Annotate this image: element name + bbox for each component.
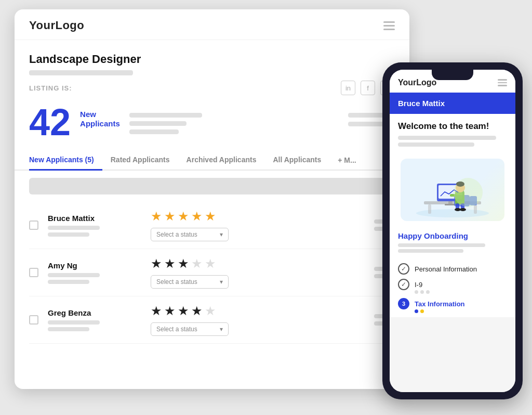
- star-2: ★: [164, 209, 176, 224]
- mobile-welcome-title: Welcome to the team!: [398, 121, 507, 132]
- checklist-item-personal[interactable]: ✓ Personal Information: [398, 263, 507, 275]
- stars-bruce: ★ ★ ★ ★ ★: [151, 209, 365, 224]
- amy-sub-1: [48, 273, 100, 277]
- stats-skeleton-2: [129, 121, 187, 126]
- welcome-sk-2: [398, 142, 474, 147]
- mobile-menu-icon[interactable]: [498, 79, 507, 86]
- applicant-row-amy: Amy Ng ★ ★ ★ ★ ★ Select a status ▾: [29, 249, 395, 296]
- job-title-skeleton: [29, 70, 133, 75]
- filter-skeleton: [29, 178, 395, 194]
- mobile-user-bar: Bruce Mattix: [390, 93, 515, 114]
- job-title: Landscape Designer: [29, 53, 395, 66]
- stats-skeletons: [129, 103, 339, 134]
- stars-section-bruce: ★ ★ ★ ★ ★ Select a status ▾: [151, 209, 365, 241]
- right-skeleton-2: [348, 122, 384, 126]
- applicant-checkbox-greg[interactable]: [29, 315, 38, 325]
- tax-dot-2: [420, 309, 424, 313]
- desktop-menu-icon[interactable]: [383, 21, 395, 30]
- check-icon-i9: ✓: [398, 279, 409, 290]
- tab-new-applicants[interactable]: New Applicants (5): [29, 151, 102, 171]
- chevron-down-icon-greg: ▾: [220, 326, 223, 333]
- applicant-row: Bruce Mattix ★ ★ ★ ★ ★ Select a status ▾: [29, 202, 395, 249]
- mobile-welcome: Welcome to the team!: [390, 114, 515, 153]
- status-placeholder-bruce: Select a status: [156, 231, 197, 238]
- tax-dots: [415, 309, 507, 313]
- check-icon-personal: ✓: [398, 263, 409, 275]
- svg-rect-2: [428, 204, 431, 214]
- greg-star-5: ★: [205, 304, 216, 318]
- applicant-checkbox-bruce[interactable]: [29, 221, 38, 230]
- status-select-bruce[interactable]: Select a status ▾: [151, 228, 229, 241]
- stars-greg: ★ ★ ★ ★ ★: [151, 304, 365, 318]
- amy-star-2: ★: [164, 256, 176, 271]
- applicant-sub-amy: [48, 273, 141, 284]
- amy-star-5: ★: [205, 256, 216, 271]
- status-placeholder-greg: Select a status: [156, 326, 197, 333]
- star-3: ★: [178, 209, 189, 224]
- amy-star-1: ★: [151, 256, 162, 271]
- svg-rect-3: [474, 204, 477, 214]
- mobile-logo: YourLogo: [398, 78, 436, 87]
- checklist-label-personal: Personal Information: [415, 265, 477, 273]
- mobile-onboarding-sub: [390, 242, 515, 259]
- applicant-count: 42: [29, 103, 71, 141]
- illustration-box: [401, 159, 504, 221]
- check-icon-tax: 3: [398, 298, 409, 309]
- greg-star-3: ★: [178, 304, 189, 318]
- stats-row: 42 New Applicants: [29, 103, 395, 141]
- checklist-item-i9-wrapper: ✓ I-9: [398, 279, 507, 294]
- status-placeholder-amy: Select a status: [156, 278, 197, 286]
- mobile-inner: YourLogo Bruce Mattix Welcome to the tea…: [390, 70, 515, 392]
- linkedin-icon[interactable]: in: [341, 81, 355, 95]
- checklist-label-tax: Tax Information: [415, 300, 465, 308]
- applicant-name-amy: Amy Ng: [48, 261, 141, 270]
- mobile-card: YourLogo Bruce Mattix Welcome to the tea…: [382, 62, 523, 399]
- stats-skeleton-1: [129, 113, 202, 118]
- tabs-row: New Applicants (5) Rated Applicants Arch…: [15, 151, 409, 171]
- desktop-header: YourLogo: [15, 9, 409, 40]
- amy-star-4: ★: [191, 256, 203, 271]
- i9-dots: [415, 290, 507, 294]
- chevron-down-icon-amy: ▾: [220, 278, 223, 286]
- i9-dot-2: [420, 290, 424, 294]
- onboarding-sk-2: [398, 249, 463, 253]
- greg-sub-1: [48, 320, 100, 325]
- status-select-greg[interactable]: Select a status ▾: [151, 322, 229, 336]
- desktop-body: Landscape Designer LISTING IS: in f t 42…: [15, 40, 409, 344]
- welcome-sk-1: [398, 136, 496, 140]
- svg-point-0: [416, 209, 489, 217]
- tab-more[interactable]: + M...: [338, 152, 356, 170]
- star-1: ★: [151, 209, 162, 224]
- applicant-checkbox-amy[interactable]: [29, 268, 38, 277]
- applicant-name-greg: Greg Benza: [48, 308, 141, 317]
- star-5: ★: [205, 209, 216, 224]
- bruce-sub-2: [48, 232, 89, 237]
- status-select-amy[interactable]: Select a status ▾: [151, 275, 229, 289]
- stats-skeleton-3: [129, 129, 179, 134]
- checklist-item-tax[interactable]: 3 Tax Information: [398, 298, 507, 309]
- tab-rated-applicants[interactable]: Rated Applicants: [111, 151, 178, 171]
- greg-star-1: ★: [151, 304, 162, 318]
- mobile-onboarding-title: Happy Onboarding: [390, 226, 515, 242]
- svg-point-17: [460, 208, 466, 211]
- checklist-label-i9: I-9: [415, 281, 422, 289]
- chevron-down-icon: ▾: [220, 231, 223, 238]
- applicant-info-greg: Greg Benza: [48, 308, 141, 331]
- mobile-notch: [432, 70, 473, 80]
- new-label-line2: Applicants: [80, 119, 120, 128]
- tab-archived-applicants[interactable]: Archived Applicants: [187, 151, 265, 171]
- bruce-sub-1: [48, 226, 100, 230]
- stars-amy: ★ ★ ★ ★ ★: [151, 256, 365, 271]
- new-label-line1: New: [80, 110, 120, 119]
- filter-bar: [29, 178, 395, 194]
- checklist-item-i9[interactable]: ✓ I-9: [398, 279, 507, 290]
- facebook-icon[interactable]: f: [361, 81, 375, 95]
- i9-dot-1: [415, 290, 418, 294]
- listing-row: LISTING IS: in f t: [29, 81, 395, 95]
- amy-sub-2: [48, 280, 89, 284]
- applicant-row-greg: Greg Benza ★ ★ ★ ★ ★ Select a status ▾: [29, 296, 395, 344]
- tab-all-applicants[interactable]: All Applicants: [273, 151, 329, 171]
- greg-sub-2: [48, 327, 89, 331]
- tax-dot-1: [415, 309, 418, 313]
- stars-section-amy: ★ ★ ★ ★ ★ Select a status ▾: [151, 256, 365, 289]
